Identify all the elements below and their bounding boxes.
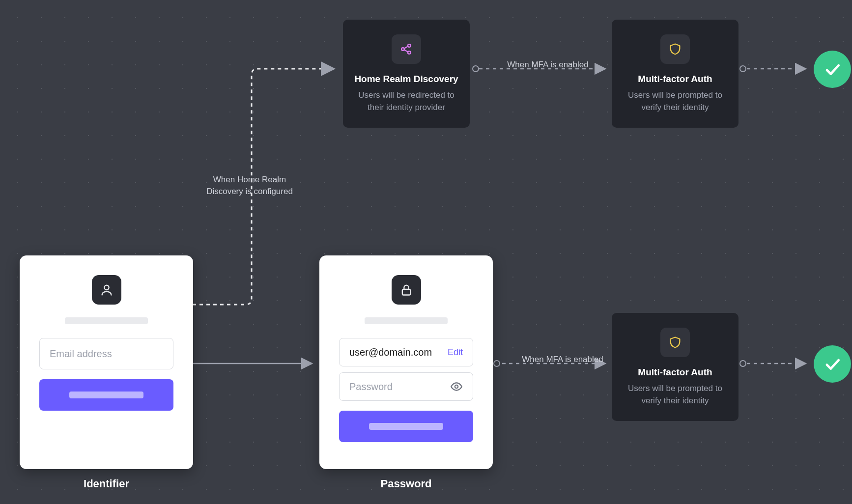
edge-mfa-top: When MFA is enabled (506, 59, 590, 71)
hrd-title: Home Realm Discovery (354, 74, 458, 84)
success-bottom (814, 345, 851, 383)
edge-mfa-bottom: When MFA is enabled (521, 354, 604, 365)
identifier-card: Email address (20, 255, 193, 469)
title-skeleton (365, 317, 448, 324)
user-display-field: user@domain.com Edit (339, 338, 473, 366)
port-mfa-top-out (739, 65, 746, 72)
port-password-out (493, 360, 500, 367)
edit-link[interactable]: Edit (448, 347, 463, 358)
share-icon (392, 34, 421, 64)
svg-point-5 (104, 285, 109, 290)
shield-icon (660, 328, 690, 357)
mfa-top-desc: Users will be prompted to verify their i… (623, 89, 728, 113)
email-field[interactable]: Email address (39, 338, 173, 369)
success-top (814, 51, 851, 88)
button-label-skeleton (369, 423, 443, 430)
hrd-desc: Users will be redirected to their identi… (354, 89, 459, 113)
svg-point-7 (455, 385, 458, 389)
mfa-bottom-desc: Users will be prompted to verify their i… (623, 383, 728, 407)
continue-button[interactable] (39, 379, 173, 411)
email-placeholder: Email address (50, 348, 112, 360)
user-icon (92, 275, 121, 305)
user-value: user@domain.com (349, 347, 432, 358)
password-card: user@domain.com Edit Password (319, 255, 493, 469)
edge-hrd-condition: When Home Realm Discovery is configured (203, 174, 296, 197)
mfa-bottom-title: Multi-factor Auth (638, 367, 712, 378)
svg-line-11 (404, 46, 408, 49)
svg-line-12 (404, 50, 408, 52)
hrd-card: Home Realm Discovery Users will be redir… (343, 20, 470, 128)
identifier-card-label: Identifier (20, 477, 193, 490)
title-skeleton (65, 317, 148, 324)
svg-rect-6 (402, 289, 410, 295)
shield-icon (660, 34, 690, 64)
port-mfa-bottom-out (739, 360, 746, 367)
port-hrd-out (472, 65, 479, 72)
submit-button[interactable] (339, 411, 473, 442)
password-card-label: Password (319, 477, 493, 490)
button-label-skeleton (69, 392, 143, 398)
mfa-top-card: Multi-factor Auth Users will be prompted… (612, 20, 738, 128)
eye-icon[interactable] (450, 380, 463, 393)
mfa-top-title: Multi-factor Auth (638, 74, 712, 84)
password-field[interactable]: Password (339, 372, 473, 401)
mfa-bottom-card: Multi-factor Auth Users will be prompted… (612, 313, 738, 421)
lock-icon (392, 275, 421, 305)
password-placeholder: Password (349, 381, 393, 392)
